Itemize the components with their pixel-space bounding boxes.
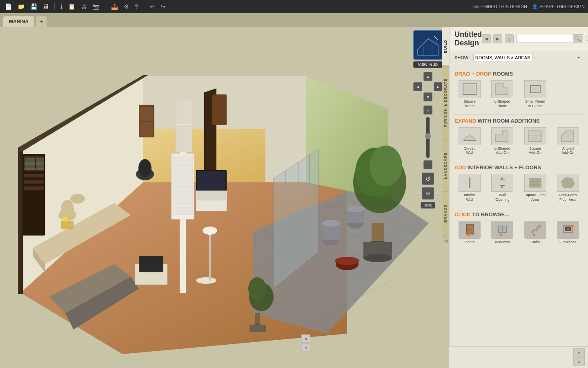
pan-up-button[interactable]: ▲ (423, 72, 432, 81)
angled-addon-icon-box (557, 127, 579, 145)
svg-rect-131 (499, 230, 502, 232)
item-small-room[interactable]: Small Roomor Closet (520, 80, 550, 108)
panel-forward-button[interactable]: ► (493, 34, 502, 43)
item-stairs[interactable]: Stairs (520, 221, 550, 245)
svg-rect-48 (173, 182, 193, 189)
drag-drop-grid: SquareRoom L-ShapedRoom (454, 80, 583, 108)
svg-rect-53 (197, 171, 225, 190)
collapse-panel-down-button[interactable]: » (573, 357, 585, 366)
windows-label: Windows (495, 240, 510, 245)
panel-back-button[interactable]: ◄ (482, 34, 491, 43)
svg-rect-29 (24, 180, 44, 184)
svg-rect-73 (372, 223, 384, 244)
side-tab-furnish[interactable]: FURNISH & DECORATE (442, 66, 449, 140)
reset-view-button[interactable]: ↺ (422, 173, 434, 185)
svg-point-124 (472, 229, 473, 230)
svg-rect-61 (140, 122, 153, 137)
floor-plan-view[interactable] (0, 27, 449, 368)
zoom-thumb[interactable] (425, 133, 431, 139)
collapse-up-button[interactable]: « (301, 334, 310, 343)
svg-rect-43 (139, 256, 163, 272)
zoom-out-button[interactable]: − (423, 160, 432, 169)
settings-button[interactable]: ⚙ ✕ (422, 187, 434, 200)
stairs-icon-box (524, 221, 546, 239)
svg-rect-51 (173, 207, 193, 215)
svg-point-138 (532, 233, 535, 236)
interior-rest: INTERIOR WALLS + FLOORS (468, 164, 541, 171)
pan-down-button[interactable]: ▼ (423, 92, 432, 101)
item-l-shaped-room[interactable]: L-ShapedRoom (487, 80, 517, 108)
toolbar-settings-icon[interactable]: ⚙ (122, 2, 131, 11)
pan-right-button[interactable]: ► (434, 82, 443, 91)
minimap[interactable] (413, 30, 443, 60)
embed-link[interactable]: </> EMBED THIS DESIGN (473, 4, 527, 9)
toolbar-new-icon[interactable]: 📄 (3, 2, 13, 11)
show-select[interactable]: ROOMS, WALLS & AREAS (473, 54, 533, 61)
tabs-row: MARINA + (0, 13, 588, 27)
svg-rect-31 (24, 158, 35, 170)
item-free-form-floor[interactable]: Free-FormFloor Area (553, 174, 583, 202)
main-area: VIEW IN 2D ▲ ◄ ► ▼ + − ↺ ⚙ ✕ (0, 27, 588, 368)
tab-add-button[interactable]: + (36, 16, 47, 27)
toolbar-help-icon[interactable]: ? (133, 2, 140, 11)
zoom-slider[interactable] (426, 117, 430, 158)
toolbar-info-icon[interactable]: ℹ (59, 2, 64, 11)
item-curved-wall[interactable]: CurvedWall (454, 127, 485, 155)
panel-content: DRAG + DROP ROOMS SquareRoom (450, 64, 588, 368)
toolbar-save-icon[interactable]: 💾 (29, 2, 39, 11)
item-doors[interactable]: Doors (454, 221, 485, 245)
toolbar-undo-icon[interactable]: ↩ (148, 2, 156, 11)
item-square-room[interactable]: SquareRoom (454, 80, 485, 108)
separator-3 (144, 3, 144, 10)
interior-wall-icon-box (459, 174, 481, 192)
share-link[interactable]: 👤 SHARE THIS DESIGN (532, 4, 585, 9)
side-tab-landscape[interactable]: LANDSCAPE (442, 140, 449, 192)
divider-1 (454, 114, 583, 114)
svg-rect-64 (176, 99, 191, 124)
toolbar-open-icon[interactable]: 📁 (16, 2, 26, 11)
toolbar-saveas-icon[interactable]: 🖬 (41, 2, 50, 11)
svg-rect-50 (173, 199, 193, 206)
side-tab-build[interactable]: BUILD (442, 27, 449, 66)
hide-button[interactable]: HIDE (421, 202, 435, 209)
toolbar-redo-icon[interactable]: ↪ (159, 2, 167, 11)
item-square-addon[interactable]: SquareAdd-On (520, 127, 550, 155)
zoom-in-button[interactable]: + (423, 105, 432, 114)
item-angled-addon[interactable]: AngledAdd-On (553, 127, 583, 155)
item-square-floor[interactable]: Square FloorArea (520, 174, 550, 202)
item-fireplaces[interactable]: Fireplaces (553, 221, 583, 245)
toolbar-export-icon[interactable]: 📤 (109, 2, 120, 11)
item-wall-opening[interactable]: WallOpening (487, 174, 517, 202)
svg-point-142 (571, 224, 574, 227)
collapse-down-button[interactable]: » (301, 343, 310, 352)
fireplaces-label: Fireplaces (559, 240, 577, 245)
pan-left-button[interactable]: ◄ (413, 82, 422, 91)
panel-info-button[interactable]: ⓘ (586, 35, 588, 43)
item-interior-wall[interactable]: InteriorWall (454, 174, 485, 202)
tab-marina-label: MARINA (9, 19, 29, 25)
side-tab-brands[interactable]: BRANDS (442, 192, 449, 236)
collapse-panel-up-button[interactable]: « (573, 348, 585, 357)
tab-marina[interactable]: MARINA (3, 16, 34, 27)
item-l-shaped-addon[interactable]: L-ShapedAdd-On (487, 127, 517, 155)
toolbar-print-icon[interactable]: 🖨 (79, 2, 88, 11)
toolbar-screenshot-icon[interactable]: 📷 (91, 2, 101, 11)
panel-search-button[interactable]: 🔍 (573, 34, 583, 43)
interior-section-title: ADD INTERIOR WALLS + FLOORS (454, 164, 583, 171)
item-windows[interactable]: Windows (487, 221, 517, 245)
view-2d-button[interactable]: VIEW IN 2D (413, 61, 443, 68)
right-panel: Untitled Design ◄ ► ⌂ 🔍 ⓘ ⊗ SHOW: ROOMS,… (449, 27, 588, 368)
expand-section-title: EXPAND WITH ROOM ADDITIONS (454, 118, 583, 124)
side-tab-search[interactable]: 🔍 (442, 235, 449, 244)
svg-rect-45 (173, 156, 193, 163)
wall-opening-label: WallOpening (495, 193, 509, 202)
angled-addon-label: AngledAdd-On (561, 146, 574, 155)
panel-search-input[interactable] (516, 35, 573, 43)
doors-label: Doors (465, 240, 474, 245)
panel-home-button[interactable]: ⌂ (505, 34, 514, 43)
svg-rect-123 (467, 230, 473, 233)
browse-keyword: CLICK (454, 211, 471, 218)
svg-rect-122 (467, 224, 473, 229)
toolbar-list-icon[interactable]: 📋 (67, 2, 77, 11)
expand-grid: CurvedWall L-ShapedAdd-On (454, 127, 583, 155)
